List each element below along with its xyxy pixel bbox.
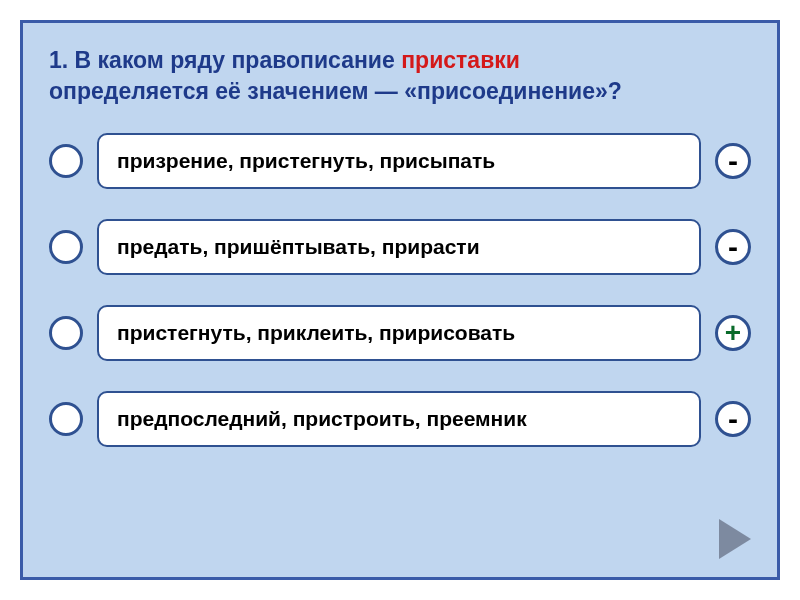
quiz-slide: 1. В каком ряду правописание приставки о… bbox=[20, 20, 780, 580]
result-badge: + bbox=[715, 315, 751, 351]
answer-row: предпоследний, пристроить, преемник - bbox=[49, 391, 751, 447]
radio-button[interactable] bbox=[49, 144, 83, 178]
option-text: предать, пришёптывать, прирасти bbox=[117, 235, 480, 259]
next-arrow-icon[interactable] bbox=[719, 519, 751, 559]
answer-option[interactable]: призрение, пристегнуть, присыпать bbox=[97, 133, 701, 189]
question-part1: В каком ряду правописание bbox=[75, 47, 395, 73]
question-text: 1. В каком ряду правописание приставки о… bbox=[49, 45, 751, 107]
answer-option[interactable]: предпоследний, пристроить, преемник bbox=[97, 391, 701, 447]
answer-row: пристегнуть, приклеить, пририсовать + bbox=[49, 305, 751, 361]
radio-button[interactable] bbox=[49, 402, 83, 436]
minus-icon: - bbox=[728, 146, 738, 176]
result-badge: - bbox=[715, 143, 751, 179]
minus-icon: - bbox=[728, 404, 738, 434]
radio-button[interactable] bbox=[49, 316, 83, 350]
answer-option[interactable]: пристегнуть, приклеить, пририсовать bbox=[97, 305, 701, 361]
answer-row: призрение, пристегнуть, присыпать - bbox=[49, 133, 751, 189]
option-text: призрение, пристегнуть, присыпать bbox=[117, 149, 495, 173]
answer-row: предать, пришёптывать, прирасти - bbox=[49, 219, 751, 275]
question-keyword: приставки bbox=[401, 47, 520, 73]
radio-button[interactable] bbox=[49, 230, 83, 264]
option-text: предпоследний, пристроить, преемник bbox=[117, 407, 527, 431]
question-number: 1. bbox=[49, 47, 68, 73]
option-text: пристегнуть, приклеить, пририсовать bbox=[117, 321, 515, 345]
answer-option[interactable]: предать, пришёптывать, прирасти bbox=[97, 219, 701, 275]
plus-icon: + bbox=[725, 319, 741, 347]
question-part2: определяется её значением — «присоединен… bbox=[49, 78, 622, 104]
minus-icon: - bbox=[728, 232, 738, 262]
result-badge: - bbox=[715, 229, 751, 265]
result-badge: - bbox=[715, 401, 751, 437]
